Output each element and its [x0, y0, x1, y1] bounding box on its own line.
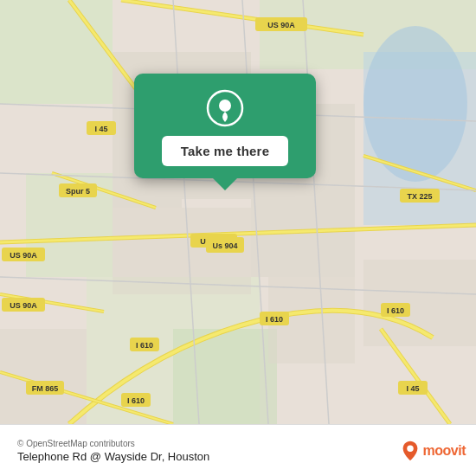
moovit-brand-text: moovit: [423, 443, 466, 459]
svg-point-69: [407, 445, 413, 451]
svg-point-4: [363, 26, 467, 182]
svg-text:US 90A: US 90A: [10, 301, 37, 310]
bottom-bar: © OpenStreetMap contributors Telephone R…: [0, 424, 476, 476]
svg-text:I 610: I 610: [387, 306, 404, 315]
svg-text:TX 225: TX 225: [407, 192, 432, 201]
map-container[interactable]: US 90A I 45 Spur 5 US 90A US 90A TX 225 …: [0, 0, 476, 424]
svg-text:FM 865: FM 865: [32, 384, 59, 393]
svg-text:Us 904: Us 904: [212, 241, 237, 250]
map-background: US 90A I 45 Spur 5 US 90A US 90A TX 225 …: [0, 0, 476, 424]
location-label: Telephone Rd @ Wayside Dr, Houston: [17, 450, 394, 463]
bottom-info: © OpenStreetMap contributors Telephone R…: [10, 439, 401, 463]
svg-text:I 45: I 45: [94, 125, 107, 133]
svg-rect-1: [0, 0, 113, 104]
svg-text:I 610: I 610: [127, 396, 145, 405]
svg-text:US 90A: US 90A: [267, 21, 295, 29]
moovit-pin-icon: [401, 440, 420, 462]
location-pin-icon: [206, 89, 244, 127]
take-me-there-button[interactable]: Take me there: [162, 136, 288, 166]
svg-text:I 610: I 610: [266, 315, 283, 324]
popup-card: Take me there: [134, 74, 316, 178]
svg-text:I 45: I 45: [406, 384, 419, 393]
map-attribution: © OpenStreetMap contributors: [17, 439, 394, 448]
svg-point-68: [219, 100, 231, 112]
svg-text:Spur 5: Spur 5: [66, 187, 90, 196]
svg-rect-16: [363, 260, 476, 346]
svg-text:US 90A: US 90A: [10, 251, 37, 260]
moovit-logo: moovit: [401, 440, 466, 462]
svg-text:I 610: I 610: [136, 341, 153, 350]
